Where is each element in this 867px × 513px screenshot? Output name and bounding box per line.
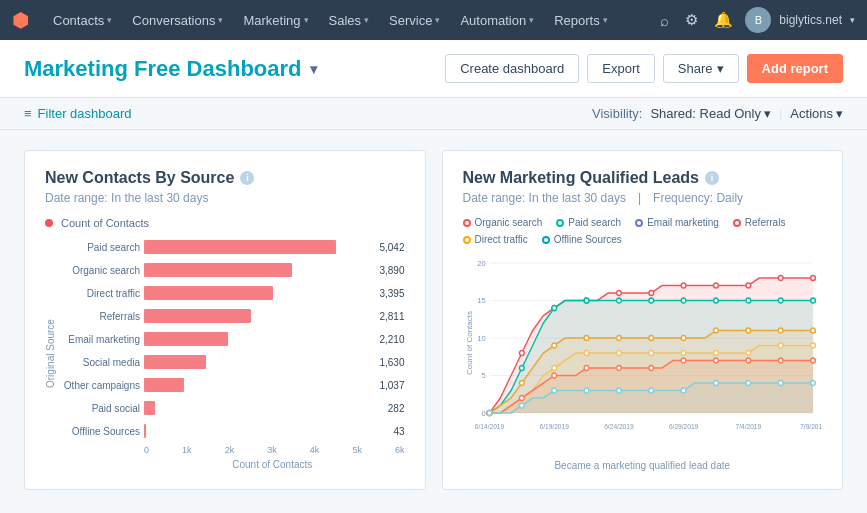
svg-point-67 [551,388,556,393]
svg-text:6/29/2019: 6/29/2019 [668,423,698,430]
create-dashboard-button[interactable]: Create dashboard [445,54,579,83]
nav-label-reports: Reports [554,13,600,28]
chevron-down-icon: ▾ [529,15,534,25]
bar-chart-title: New Contacts By Source i [45,169,405,187]
share-button[interactable]: Share ▾ [663,54,739,83]
bar-label: Referrals [60,311,140,322]
x-axis-tick: 4k [310,445,320,455]
svg-point-58 [616,366,621,371]
nav-item-conversations[interactable]: Conversations ▾ [122,0,233,40]
chevron-down-icon: ▾ [107,15,112,25]
bar-label: Email marketing [60,334,140,345]
bar-track [144,401,381,415]
bar-chart-info-icon[interactable]: i [240,171,254,185]
bar-row: Email marketing 2,210 [60,329,405,349]
svg-text:20: 20 [477,259,486,268]
dashboard-title[interactable]: Marketing Free Dashboard ▾ [24,56,317,82]
bar-track [144,355,372,369]
svg-point-56 [551,373,556,378]
chevron-down-icon: ▾ [364,15,369,25]
svg-point-39 [713,328,718,333]
bar-y-axis-label: Original Source [45,237,56,470]
filter-dashboard-button[interactable]: ≡ Filter dashboard [24,106,132,121]
svg-point-35 [584,336,589,341]
bar-track [144,263,372,277]
svg-point-28 [713,298,718,303]
svg-text:0: 0 [481,409,486,418]
bar-fill [144,355,206,369]
x-axis-tick: 1k [182,445,192,455]
nav-label-automation: Automation [460,13,526,28]
export-button[interactable]: Export [587,54,655,83]
legend-label: Email marketing [647,217,719,228]
svg-text:6/14/2019: 6/14/2019 [474,423,504,430]
bar-row: Paid search 5,042 [60,237,405,257]
nav-items: Contacts ▾ Conversations ▾ Marketing ▾ S… [43,0,656,40]
legend-circle-icon [542,236,550,244]
svg-point-75 [810,381,815,386]
line-legend-item: Email marketing [635,217,719,228]
svg-point-17 [713,283,718,288]
nav-bar: ⬢ Contacts ▾ Conversations ▾ Marketing ▾… [0,0,867,40]
nav-item-reports[interactable]: Reports ▾ [544,0,618,40]
svg-point-24 [584,298,589,303]
bar-fill [144,424,146,438]
svg-point-31 [810,298,815,303]
line-chart-svg: 051015206/14/20196/19/20196/24/20196/29/… [463,253,823,453]
search-icon[interactable]: ⌕ [656,8,673,33]
svg-point-36 [616,336,621,341]
bar-legend-text: Count of Contacts [61,217,149,229]
notifications-icon[interactable]: 🔔 [710,7,737,33]
svg-text:10: 10 [477,334,486,343]
bar-legend-dot [45,219,53,227]
nav-item-marketing[interactable]: Marketing ▾ [233,0,318,40]
svg-point-40 [745,328,750,333]
visibility-value-text: Shared: Read Only [650,106,761,121]
bar-row: Referrals 2,811 [60,306,405,326]
svg-point-26 [648,298,653,303]
line-chart-info-icon[interactable]: i [705,171,719,185]
visibility-chevron-icon: ▾ [764,106,771,121]
bar-row: Social media 1,630 [60,352,405,372]
line-legend-item: Paid search [556,217,621,228]
bar-label: Social media [60,357,140,368]
settings-icon[interactable]: ⚙ [681,7,702,33]
nav-domain[interactable]: biglytics.net [779,13,842,27]
hubspot-logo[interactable]: ⬢ [12,8,29,32]
visibility-value[interactable]: Shared: Read Only ▾ [650,106,771,121]
x-axis-tick: 5k [352,445,362,455]
bar-fill [144,263,292,277]
bar-label: Paid social [60,403,140,414]
line-legend-item: Offline Sources [542,234,622,245]
nav-item-automation[interactable]: Automation ▾ [450,0,544,40]
svg-text:6/19/2019: 6/19/2019 [539,423,569,430]
bar-fill [144,378,184,392]
legend-label: Organic search [475,217,543,228]
svg-point-74 [778,381,783,386]
page-header: Marketing Free Dashboard ▾ Create dashbo… [0,40,867,98]
chevron-down-icon: ▾ [435,15,440,25]
nav-item-sales[interactable]: Sales ▾ [319,0,380,40]
legend-circle-icon [556,219,564,227]
nav-label-contacts: Contacts [53,13,104,28]
line-chart-card: New Marketing Qualified Leads i Date ran… [442,150,844,490]
bar-value: 43 [393,426,404,437]
filter-label: Filter dashboard [38,106,132,121]
svg-point-25 [616,298,621,303]
svg-text:15: 15 [477,296,485,305]
bar-fill [144,401,155,415]
filter-right: Visibility: Shared: Read Only ▾ | Action… [592,106,843,121]
legend-label: Paid search [568,217,621,228]
nav-item-service[interactable]: Service ▾ [379,0,450,40]
avatar[interactable]: B [745,7,771,33]
line-chart-frequency: Frequency: Daily [653,191,743,205]
add-report-button[interactable]: Add report [747,54,843,83]
bar-row: Organic search 3,890 [60,260,405,280]
svg-point-66 [519,403,524,408]
x-axis-tick: 2k [225,445,235,455]
svg-point-14 [616,291,621,296]
bar-value: 1,630 [379,357,404,368]
actions-button[interactable]: Actions ▾ [790,106,843,121]
nav-item-contacts[interactable]: Contacts ▾ [43,0,122,40]
line-x-axis-label: Became a marketing qualified lead date [463,460,823,471]
